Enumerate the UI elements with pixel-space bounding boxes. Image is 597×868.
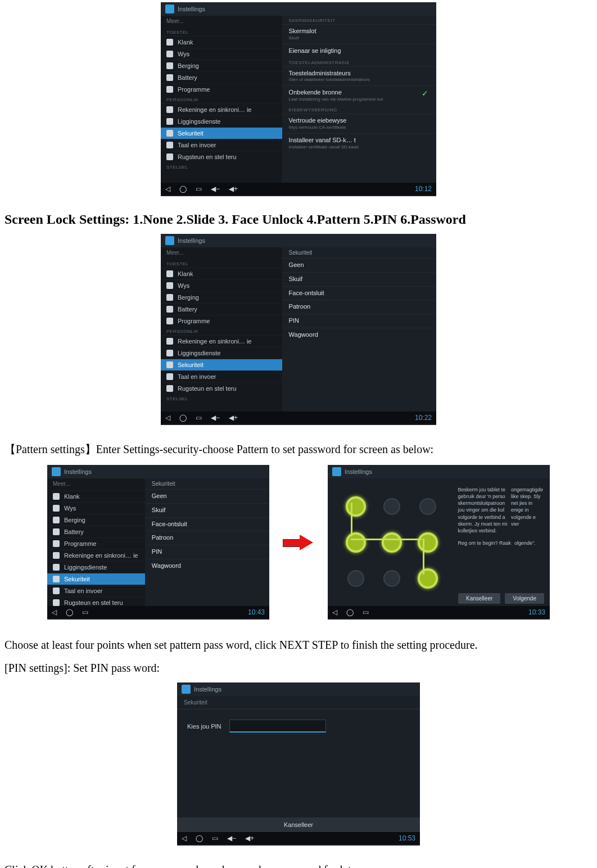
status-clock: 10:12 bbox=[415, 185, 432, 193]
sidebar-item: Battery bbox=[161, 303, 282, 315]
sidebar-category: TOESTEL bbox=[161, 259, 282, 268]
pattern-dot bbox=[419, 498, 436, 515]
recent-icon: ▭ bbox=[82, 608, 88, 616]
lock-option: Face-ontsluit bbox=[282, 286, 436, 300]
pattern-dot bbox=[347, 570, 364, 587]
status-clock: 10:33 bbox=[528, 608, 545, 616]
sidebar-item: Battery bbox=[161, 71, 282, 83]
settings-sidebar: Meer... TOESTEL Klank Wys Berging Batter… bbox=[161, 16, 282, 183]
sidebar-item: Liggingsdienste bbox=[161, 347, 282, 359]
pattern-dot bbox=[383, 570, 400, 587]
sound-icon bbox=[53, 493, 60, 500]
nav-buttons: ◁◯▭ bbox=[52, 608, 88, 616]
sidebar-item-security: Sekuriteit bbox=[161, 127, 282, 139]
home-icon: ◯ bbox=[346, 608, 354, 616]
nav-buttons: ◁◯▭◀−◀+ bbox=[165, 185, 238, 193]
screenshot-security-settings: Instellings Meer... TOESTEL Klank Wys Be… bbox=[161, 2, 436, 196]
lock-option: Patroon bbox=[282, 300, 436, 314]
setting-row: Installeer vanaf SD-k… tInstalleer serti… bbox=[282, 133, 436, 153]
sidebar-item: Berging bbox=[161, 60, 282, 71]
sidebar-item: Taal en invoer bbox=[47, 585, 145, 596]
recent-icon: ▭ bbox=[196, 414, 202, 422]
pattern-grid bbox=[328, 478, 455, 606]
backup-icon bbox=[53, 599, 60, 606]
back-icon: ◁ bbox=[165, 185, 170, 193]
sidebar-item: Taal en invoer bbox=[161, 370, 282, 382]
pattern-button-row: Kanselleer Volgende bbox=[458, 593, 544, 604]
pattern-dot bbox=[418, 568, 438, 589]
sidebar-item: Wys bbox=[47, 502, 145, 514]
screenshot-draw-pattern: Instellings bbox=[328, 465, 550, 620]
lock-option: Wagwoord bbox=[282, 328, 436, 342]
volume-down-icon: ◀− bbox=[211, 185, 220, 193]
lock-option: Patroon bbox=[145, 531, 269, 545]
nav-buttons: ◁◯▭◀−◀+ bbox=[165, 414, 238, 422]
pattern-line bbox=[351, 503, 352, 536]
pattern-dot bbox=[382, 532, 402, 553]
status-clock: 10:22 bbox=[415, 414, 432, 422]
sync-icon bbox=[53, 552, 60, 559]
sound-icon bbox=[166, 270, 173, 277]
app-title: Instellings bbox=[64, 468, 92, 475]
window-titlebar: Instellings bbox=[161, 2, 436, 16]
sidebar-item: Rugsteun en stel teru bbox=[161, 382, 282, 394]
panel-category: SKERMSEKURITEIT bbox=[282, 16, 436, 24]
app-title: Instellings bbox=[345, 468, 372, 475]
language-icon bbox=[53, 587, 60, 594]
sidebar-item-security: Sekuriteit bbox=[47, 573, 145, 585]
settings-icon bbox=[165, 4, 174, 13]
volume-up-icon: ◀+ bbox=[229, 185, 238, 193]
sidebar-item: Programme bbox=[161, 315, 282, 327]
pattern-dot bbox=[418, 532, 438, 553]
app-title: Instellings bbox=[194, 686, 221, 693]
pattern-line bbox=[351, 539, 422, 540]
next-button: Volgende bbox=[505, 593, 544, 604]
heading-screen-lock: Screen Lock Settings: 1.None 2.Slide 3. … bbox=[4, 212, 593, 227]
pattern-instructions: Beskerm jou tablet te gebruik deur 'n pe… bbox=[455, 478, 550, 606]
nav-buttons: ◁◯▭◀−◀+ bbox=[182, 834, 254, 842]
panel-category: TOESTELADMINISTRASIE bbox=[282, 58, 436, 66]
sidebar-item: Klank bbox=[161, 36, 282, 48]
pin-field-row: Kies jou PIN bbox=[177, 709, 420, 743]
setting-row: Vertroude eiebewyseWys vertroude CA-sert… bbox=[282, 114, 436, 133]
settings-icon bbox=[165, 236, 174, 245]
sidebar-category: STELSEL bbox=[161, 162, 282, 171]
lock-icon bbox=[53, 576, 60, 582]
lock-option: Geen bbox=[145, 489, 269, 503]
status-clock: 10:43 bbox=[248, 608, 265, 616]
sidebar-item: Programme bbox=[47, 537, 145, 549]
lock-option: Wagwoord bbox=[145, 559, 269, 573]
settings-sidebar: Meer... TOESTEL Klank Wys Berging Batter… bbox=[161, 247, 282, 412]
apps-icon bbox=[166, 86, 173, 93]
lock-option: PIN bbox=[282, 314, 436, 328]
sidebar-item: Liggingsdienste bbox=[47, 561, 145, 573]
settings-icon bbox=[52, 467, 61, 476]
sidebar-item: Klank bbox=[47, 490, 145, 502]
system-navbar: ◁◯▭ 10:33 bbox=[328, 606, 550, 618]
pattern-line bbox=[423, 539, 424, 575]
home-icon: ◯ bbox=[66, 608, 73, 616]
pin-input bbox=[229, 720, 326, 733]
status-clock: 10:53 bbox=[399, 834, 415, 842]
sidebar-item: Berging bbox=[161, 291, 282, 303]
location-icon bbox=[166, 350, 173, 356]
sync-icon bbox=[166, 106, 173, 113]
back-icon: ◁ bbox=[165, 414, 170, 422]
sidebar-category: PERSOONLIK bbox=[161, 327, 282, 335]
setting-row: Eienaar se inligting bbox=[282, 44, 436, 58]
location-icon bbox=[166, 118, 173, 125]
apps-icon bbox=[166, 318, 173, 324]
volume-down-icon: ◀− bbox=[227, 834, 236, 842]
sidebar-more: Meer... bbox=[47, 478, 145, 490]
panel-heading: Sekuriteit bbox=[282, 247, 436, 258]
lock-option: PIN bbox=[145, 545, 269, 559]
arrow-right-icon bbox=[283, 535, 314, 550]
choose-points-text: Choose at least four points when set pat… bbox=[4, 636, 593, 654]
lock-option: Skuif bbox=[145, 503, 269, 517]
sidebar-item-security: Sekuriteit bbox=[161, 359, 282, 370]
sidebar-more: Meer... bbox=[161, 247, 282, 259]
sidebar-more: Meer... bbox=[161, 16, 282, 28]
settings-detail-panel: Sekuriteit Geen Skuif Face-ontsluit Patr… bbox=[145, 478, 269, 606]
storage-icon bbox=[53, 517, 60, 523]
screenshot-lock-options-small: Instellings Meer... Klank Wys Berging Ba… bbox=[47, 465, 269, 620]
